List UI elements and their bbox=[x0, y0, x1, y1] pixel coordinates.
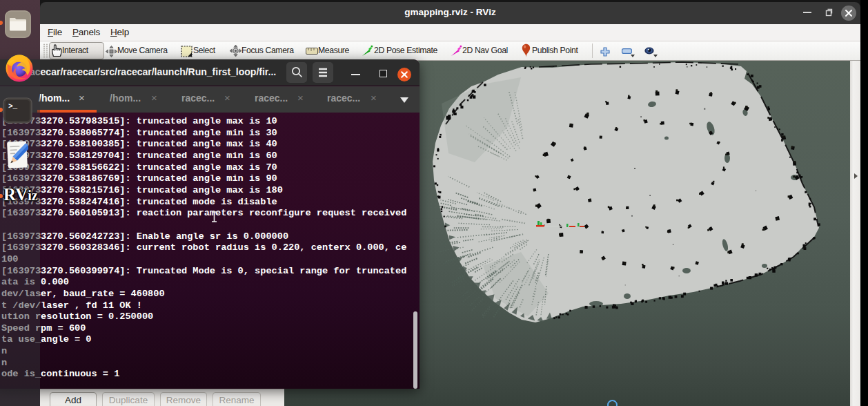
svg-text:>_: >_ bbox=[8, 102, 18, 110]
